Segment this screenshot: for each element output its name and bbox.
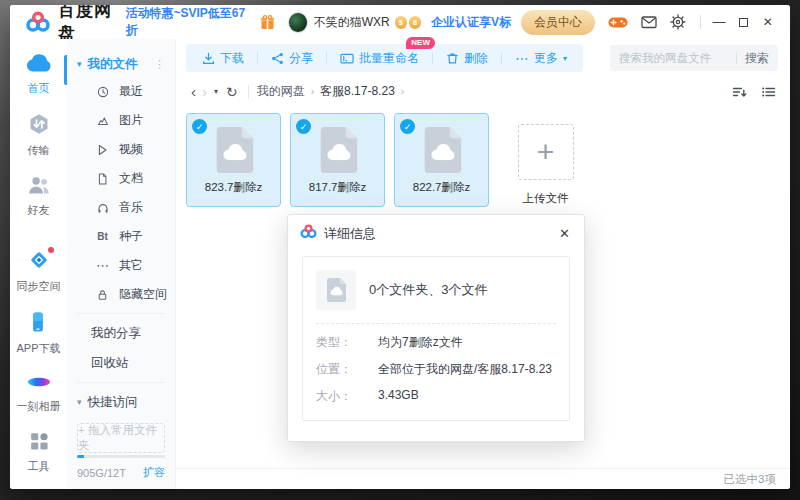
storage-usage: 905G/12T: [77, 467, 126, 479]
titlebar-divider: [700, 15, 701, 29]
files-summary-icon: [316, 270, 356, 310]
maximize-button[interactable]: [731, 10, 755, 34]
promo-link[interactable]: 活动特惠~SVIP低至67折: [125, 5, 248, 39]
list-view-icon[interactable]: [761, 85, 776, 99]
game-center-icon[interactable]: [608, 15, 628, 30]
messages-icon[interactable]: [641, 15, 657, 29]
rail-item-yike-album[interactable]: 一刻相册: [17, 373, 61, 414]
caret-down-icon: ▾: [563, 54, 567, 63]
selection-count: 已选中3项: [724, 472, 776, 487]
expand-storage-link[interactable]: 扩容: [143, 465, 165, 480]
headphones-icon: [95, 202, 110, 214]
batch-rename-button[interactable]: 批量重命名 NEW: [340, 50, 419, 67]
selected-check-icon[interactable]: ✓: [296, 119, 311, 134]
selected-check-icon[interactable]: ✓: [400, 119, 415, 134]
caret-down-icon[interactable]: ▾: [77, 397, 82, 407]
file-card-1[interactable]: ✓ 823.7删除z: [186, 113, 281, 207]
caret-down-icon[interactable]: ▾: [77, 59, 82, 69]
file-name: 822.7删除z: [413, 180, 471, 195]
new-badge: NEW: [406, 37, 435, 49]
rail-item-app-download[interactable]: APP下载: [16, 311, 60, 356]
kebab-menu-icon[interactable]: ⋮: [152, 58, 167, 71]
sidebar-item-videos[interactable]: 视频: [67, 135, 175, 164]
delete-button[interactable]: 删除: [446, 50, 488, 67]
main-content: 下载 分享 批量重命名 NEW: [176, 39, 790, 489]
baidu-netdisk-logo-icon: [26, 11, 50, 33]
clock-icon: [95, 86, 110, 98]
sidebar-divider: [77, 313, 165, 314]
vip-coin-badge: $: [395, 16, 407, 29]
enterprise-cert-link[interactable]: 企业认证享V标: [431, 14, 511, 31]
status-bar: 已选中3项: [176, 468, 790, 489]
lock-icon: [95, 289, 110, 301]
rail-label: 传输: [28, 143, 50, 158]
rail-item-friends[interactable]: 好友: [27, 175, 51, 218]
forward-button[interactable]: ›: [199, 84, 210, 99]
sidebar-item-other[interactable]: ⋯ 其它: [67, 251, 175, 280]
file-name: 817.7删除z: [309, 180, 367, 195]
sidebar-item-recycle-bin[interactable]: 回收站: [67, 348, 175, 378]
download-icon: [202, 52, 215, 65]
tools-grid-icon: [29, 431, 49, 455]
rail-item-tools[interactable]: 工具: [28, 431, 50, 474]
selected-check-icon[interactable]: ✓: [192, 119, 207, 134]
detail-info-dialog: 详细信息 ✕: [287, 214, 585, 442]
settings-gear-icon[interactable]: [670, 14, 686, 30]
trash-icon: [446, 52, 459, 65]
user-avatar[interactable]: [288, 12, 308, 33]
minimize-button[interactable]: —: [707, 10, 731, 34]
member-center-button[interactable]: 会员中心: [521, 10, 595, 35]
sidebar-item-my-files[interactable]: ▾ 我的文件 ⋮: [67, 51, 175, 77]
rail-item-sync-space[interactable]: 同步空间: [17, 249, 61, 294]
sidebar-item-my-shares[interactable]: 我的分享: [67, 318, 175, 348]
refresh-button[interactable]: ↻: [226, 84, 238, 100]
upload-file-tile[interactable]: + 上传文件: [498, 113, 593, 207]
sidebar-item-documents[interactable]: 文档: [67, 164, 175, 193]
sidebar-item-hidden-space[interactable]: 隐藏空间: [67, 280, 175, 309]
file-card-2[interactable]: ✓ 817.7删除z: [290, 113, 385, 207]
plus-icon: +: [537, 137, 555, 167]
sort-order-icon[interactable]: [732, 85, 747, 99]
breadcrumb-root[interactable]: 我的网盘: [257, 83, 305, 100]
sidebar-item-music[interactable]: 音乐: [67, 193, 175, 222]
sidebar-item-pictures[interactable]: 图片: [67, 106, 175, 135]
cloud-file-icon: [315, 125, 361, 175]
sidebar-divider: [77, 382, 165, 383]
rail-item-home[interactable]: 首页: [25, 52, 53, 96]
breadcrumb-bar: ‹ › ▾ ↻ 我的网盘 › 客服8.17-8.23 ›: [176, 77, 790, 106]
file-card-3[interactable]: ✓ 822.7删除z: [394, 113, 489, 207]
dialog-header: 详细信息 ✕: [288, 215, 584, 250]
search-input[interactable]: [619, 52, 728, 64]
rail-label: APP下载: [16, 341, 60, 356]
image-mountain-icon: [95, 115, 110, 127]
dialog-info-box: 0个文件夹、3个文件 类型： 均为7删除z文件 位置： 全部位于我的网盘/客服8…: [302, 256, 570, 421]
gift-icon[interactable]: [259, 14, 276, 31]
history-caret-icon[interactable]: ▾: [214, 87, 218, 96]
breadcrumb-current[interactable]: 客服8.17-8.23: [320, 83, 395, 100]
dialog-close-icon[interactable]: ✕: [557, 226, 572, 241]
share-button[interactable]: 分享: [271, 50, 313, 67]
vip-level-badge: 8: [409, 16, 421, 29]
sidebar-item-recent[interactable]: 最近: [67, 77, 175, 106]
storage-block: 905G/12T 扩容: [67, 447, 175, 489]
album-lens-icon: [26, 373, 52, 395]
sidebar-item-torrents[interactable]: Bt 种子: [67, 222, 175, 251]
file-nav-sidebar: ▾ 我的文件 ⋮ 最近 图片: [67, 39, 176, 489]
rail-label: 一刻相册: [17, 399, 61, 414]
download-button[interactable]: 下载: [202, 50, 244, 67]
more-button[interactable]: ⋯ 更多 ▾: [515, 50, 567, 67]
toolbar-button-group: 下载 分享 批量重命名 NEW: [186, 44, 583, 72]
close-button[interactable]: ✕: [756, 10, 780, 34]
file-area: ✓ 823.7删除z ✓: [176, 106, 790, 468]
play-icon: [95, 144, 110, 156]
rail-item-transfer[interactable]: 传输: [28, 113, 50, 158]
upload-dashed-box[interactable]: +: [518, 124, 574, 180]
username[interactable]: 不笑的猫WXR: [314, 14, 390, 31]
cloud-file-icon: [419, 125, 465, 175]
sidebar-item-quick-access[interactable]: ▾ 快捷访问: [67, 387, 175, 417]
upload-label: 上传文件: [523, 191, 569, 206]
rail-label: 工具: [28, 459, 50, 474]
dialog-title: 详细信息: [324, 225, 557, 243]
search-button[interactable]: 搜索: [745, 50, 769, 67]
back-button[interactable]: ‹: [188, 84, 199, 99]
